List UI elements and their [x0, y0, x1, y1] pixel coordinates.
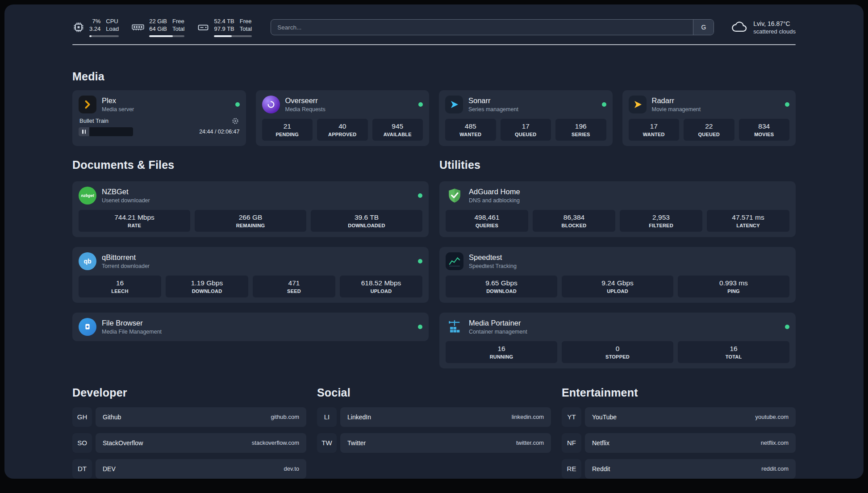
service-desc: Media server — [102, 106, 134, 113]
disk-free: 52.4 TB — [214, 18, 234, 25]
bookmark-github[interactable]: GH Github github.com — [72, 407, 306, 427]
service-desc: Torrent downloader — [102, 263, 150, 269]
service-desc: Series management — [468, 106, 518, 113]
plex-now-playing: Bullet Train — [79, 117, 240, 136]
status-dot — [418, 259, 422, 263]
stat-box: 86,384 BLOCKED — [533, 210, 615, 232]
playback-time: 24:44 / 02:06:47 — [199, 129, 239, 135]
status-dot — [602, 102, 606, 107]
bookmark-name: YouTube — [592, 414, 617, 421]
bookmark-abbr: LI — [317, 407, 337, 427]
service-desc: Speedtest Tracking — [469, 263, 517, 269]
cpu-load: 3.24 — [89, 25, 100, 33]
service-name: Radarr — [652, 96, 701, 105]
cloud-icon — [730, 21, 749, 34]
radarr-icon — [629, 96, 647, 113]
stat-box: 0 STOPPED — [562, 341, 673, 363]
resource-widgets: 7% 3.24 CPU Load — [72, 18, 252, 37]
service-card-adguard[interactable]: AdGuard Home DNS and adblocking 498,461 … — [439, 181, 796, 237]
service-desc: Container management — [469, 329, 527, 335]
service-card-plex[interactable]: Plex Media server Bullet Train — [72, 90, 246, 146]
bookmark-url: github.com — [271, 414, 299, 420]
bookmark-group-entertainment: Entertainment YT YouTube youtube.com NF … — [562, 386, 796, 479]
weather-condition: scattered clouds — [753, 28, 796, 35]
stat-box: 16 TOTAL — [678, 341, 789, 363]
service-name: NZBGet — [102, 188, 150, 196]
service-card-nzbget[interactable]: nzbget NZBGet Usenet downloader 744.21 M… — [72, 181, 429, 237]
bookmark-stackoverflow[interactable]: SO StackOverflow stackoverflow.com — [72, 433, 306, 453]
search-provider-button[interactable]: G — [693, 20, 714, 35]
stat-box: 618.52 Mbps UPLOAD — [340, 276, 422, 297]
nzbget-icon: nzbget — [79, 187, 96, 205]
section-title-developer: Developer — [72, 386, 306, 399]
stat-box: 9.24 Gbps UPLOAD — [562, 276, 673, 297]
status-dot — [785, 325, 789, 329]
bookmark-url: youtube.com — [755, 414, 789, 420]
disk-icon — [197, 21, 209, 33]
disk-label-2: Total — [240, 25, 252, 33]
service-card-speedtest[interactable]: Speedtest Speedtest Tracking 9.65 Gbps D… — [439, 247, 796, 303]
bookmark-youtube[interactable]: YT YouTube youtube.com — [562, 407, 796, 427]
service-name: Media Portainer — [469, 319, 527, 327]
bookmark-name: LinkedIn — [347, 414, 371, 421]
stat-box: 2,953 FILTERED — [620, 210, 702, 232]
stat-box: 1.19 Gbps DOWNLOAD — [166, 276, 248, 297]
stat-box: 498,461 QUERIES — [446, 210, 528, 232]
sonarr-icon — [445, 96, 463, 113]
section-title-media: Media — [72, 70, 796, 83]
bookmark-netflix[interactable]: NF Netflix netflix.com — [562, 433, 796, 453]
bookmark-dev[interactable]: DT DEV dev.to — [72, 459, 306, 479]
status-dot — [785, 102, 789, 107]
bookmark-name: Twitter — [347, 439, 366, 447]
search-input[interactable] — [271, 20, 693, 35]
bookmark-reddit[interactable]: RE Reddit reddit.com — [562, 459, 796, 479]
playback-progress-bar[interactable] — [79, 127, 133, 136]
bookmark-url: linkedin.com — [512, 414, 544, 420]
bookmark-abbr: YT — [562, 407, 581, 427]
bookmark-name: DEV — [103, 465, 116, 472]
section-title-utilities: Utilities — [439, 159, 796, 171]
section-media: Media Plex Media server — [72, 70, 796, 146]
adguard-icon — [446, 187, 463, 205]
service-desc: Media Requests — [285, 106, 326, 113]
stat-box: 16 RUNNING — [446, 341, 557, 363]
bookmark-group-developer: Developer GH Github github.com SO StackO… — [72, 386, 306, 479]
bookmark-name: StackOverflow — [103, 439, 143, 447]
service-name: AdGuard Home — [469, 188, 520, 196]
bookmark-url: netflix.com — [761, 439, 789, 446]
gear-icon[interactable] — [232, 117, 239, 125]
bookmark-url: dev.to — [284, 465, 299, 472]
stat-box: 17 QUEUED — [501, 119, 551, 141]
bookmark-url: twitter.com — [516, 439, 544, 446]
pause-icon[interactable] — [82, 130, 86, 134]
bookmark-linkedin[interactable]: LI LinkedIn linkedin.com — [317, 407, 551, 427]
service-card-filebrowser[interactable]: File Browser Media File Management — [72, 313, 429, 341]
topbar-divider — [72, 44, 796, 45]
service-card-portainer[interactable]: Media Portainer Container management 16 … — [439, 313, 796, 368]
bookmark-abbr: DT — [72, 459, 92, 479]
weather-widget: Lviv, 16.87°C scattered clouds — [730, 20, 796, 35]
top-bar: 7% 3.24 CPU Load — [72, 18, 796, 37]
cpu-icon — [72, 21, 85, 33]
service-card-overseerr[interactable]: Overseerr Media Requests 21 PENDING 40 A… — [256, 90, 430, 146]
stat-box: 744.21 Mbps RATE — [79, 210, 190, 232]
service-desc: Movie management — [652, 106, 701, 113]
memory-label: Free — [172, 18, 184, 25]
stat-box: 17 WANTED — [629, 119, 680, 141]
bookmark-name: Reddit — [592, 465, 610, 472]
stat-box: 945 AVAILABLE — [372, 119, 423, 141]
service-card-sonarr[interactable]: Sonarr Series management 485 WANTED 17 Q… — [439, 90, 613, 146]
bookmark-abbr: GH — [72, 407, 92, 427]
service-desc: Usenet downloader — [102, 197, 150, 204]
service-card-radarr[interactable]: Radarr Movie management 17 WANTED 22 QUE… — [622, 90, 796, 146]
bookmark-group-social: Social LI LinkedIn linkedin.com TW Twitt… — [317, 386, 551, 479]
cpu-label: CPU — [106, 18, 118, 25]
status-dot — [418, 193, 422, 198]
memory-label-2: Total — [172, 25, 184, 33]
service-card-qbittorrent[interactable]: qb qBittorrent Torrent downloader 16 LEE… — [72, 247, 429, 303]
bookmark-abbr: NF — [562, 433, 581, 453]
service-name: File Browser — [102, 319, 162, 327]
stat-box: 834 MOVIES — [739, 119, 790, 141]
disk-total: 97.9 TB — [214, 25, 234, 33]
bookmark-twitter[interactable]: TW Twitter twitter.com — [317, 433, 551, 453]
